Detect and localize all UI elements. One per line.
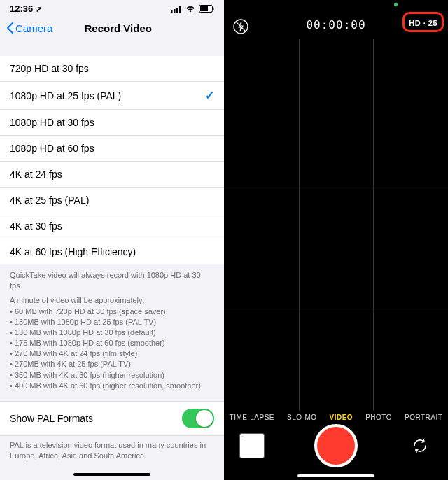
resolution-option-label: 4K at 60 fps (High Efficiency) [10,246,136,257]
footer-text: QuickTake video will always record with … [0,264,224,391]
resolution-option-label: 1080p HD at 60 fps [10,143,94,154]
size-bullet: 270 MB with 4K at 24 fps (film style) [10,348,214,359]
location-arrow-icon: ↗ [36,5,42,13]
resolution-option[interactable]: 720p HD at 30 fps [0,56,224,82]
home-indicator[interactable] [298,474,374,477]
size-bullet: 350 MB with 4K at 30 fps (higher resolut… [10,370,214,381]
mode-photo[interactable]: PHOTO [365,414,392,421]
size-bullet: 270MB with 4K at 25 fps (PAL TV) [10,359,214,369]
resolution-option-label: 1080p HD at 25 fps (PAL) [10,90,121,101]
status-icons [171,5,214,13]
camera-controls: ········· [224,424,448,467]
mode-portrait[interactable]: PORTRAIT [405,414,442,421]
flip-camera-button[interactable] [407,433,433,458]
page-title: Record Video [18,22,218,34]
sizes-list: 60 MB with 720p HD at 30 fps (space save… [10,306,214,391]
home-indicator[interactable] [74,473,150,476]
pal-toggle[interactable] [182,409,214,428]
svg-rect-1 [174,9,176,13]
flash-off-icon [233,19,248,34]
mode-video[interactable]: VIDEO [330,414,354,421]
resolution-option-label: 4K at 25 fps (PAL) [10,195,89,206]
camera-top-bar: 00:00:00 HD · 25 [224,18,448,31]
checkmark-icon: ✓ [205,89,214,102]
shutter-button[interactable] [314,424,358,467]
svg-rect-6 [213,8,214,10]
wifi-icon [186,6,195,13]
recording-timer: 00:00:00 [306,18,365,31]
mode-selector[interactable]: TIME-LAPSESLO-MOVIDEOPHOTOPORTRAIT [224,414,448,421]
resolution-option[interactable]: 4K at 60 fps (High Efficiency) [0,239,224,264]
size-bullet: 130MB with 1080p HD at 25 fps (PAL TV) [10,317,214,327]
svg-rect-3 [179,6,181,13]
resolution-option[interactable]: 1080p HD at 60 fps [0,136,224,162]
cellular-icon [171,6,182,13]
resolution-option-label: 4K at 30 fps [10,220,62,232]
camera-privacy-dot-icon [394,3,398,6]
format-badge[interactable]: HD · 25 [409,19,438,27]
pal-toggle-row: Show PAL Formats [0,401,224,436]
resolution-option-label: 4K at 24 fps [10,169,62,180]
resolution-option[interactable]: 1080p HD at 30 fps [0,110,224,136]
sizes-lead: A minute of video will be approximately: [10,295,214,306]
last-photo-thumbnail[interactable]: ········· [239,433,265,458]
resolution-option-label: 720p HD at 30 fps [10,63,89,74]
resolution-option[interactable]: 1080p HD at 25 fps (PAL)✓ [0,82,224,110]
camera-screen: 00:00:00 HD · 25 TIME-LAPSESLO-MOVIDEOPH… [224,0,448,480]
pal-description: PAL is a television video format used in… [0,436,224,461]
size-bullet: 400 MB with 4K at 60 fps (higher resolut… [10,381,214,391]
size-bullet: 130 MB with 1080p HD at 30 fps (default) [10,327,214,338]
pal-toggle-label: Show PAL Formats [10,413,93,424]
size-bullet: 60 MB with 720p HD at 30 fps (space save… [10,306,214,317]
resolution-list: 720p HD at 30 fps1080p HD at 25 fps (PAL… [0,56,224,264]
resolution-option[interactable]: 4K at 25 fps (PAL) [0,188,224,213]
battery-icon [199,5,214,13]
nav-bar: Camera Record Video [0,15,224,41]
quicktake-note: QuickTake video will always record with … [10,270,214,291]
flip-camera-icon [412,437,428,454]
size-bullet: 175 MB with 1080p HD at 60 fps (smoother… [10,338,214,348]
svg-rect-2 [176,8,178,13]
resolution-option[interactable]: 4K at 30 fps [0,213,224,239]
notch [284,0,388,15]
mode-timelapse[interactable]: TIME-LAPSE [230,414,274,421]
resolution-option-label: 1080p HD at 30 fps [10,117,94,128]
status-time: 12:36 ↗ [10,3,42,14]
svg-rect-0 [171,10,173,13]
flash-off-button[interactable] [232,18,249,35]
status-bar: 12:36 ↗ [0,0,224,15]
mode-slomo[interactable]: SLO-MO [287,414,316,421]
format-badge-highlight: HD · 25 [402,16,444,29]
chevron-left-icon [6,22,14,34]
resolution-option[interactable]: 4K at 24 fps [0,162,224,188]
svg-rect-5 [200,6,208,11]
settings-screen: 12:36 ↗ Camera Record Video 720p HD at 3… [0,0,224,480]
